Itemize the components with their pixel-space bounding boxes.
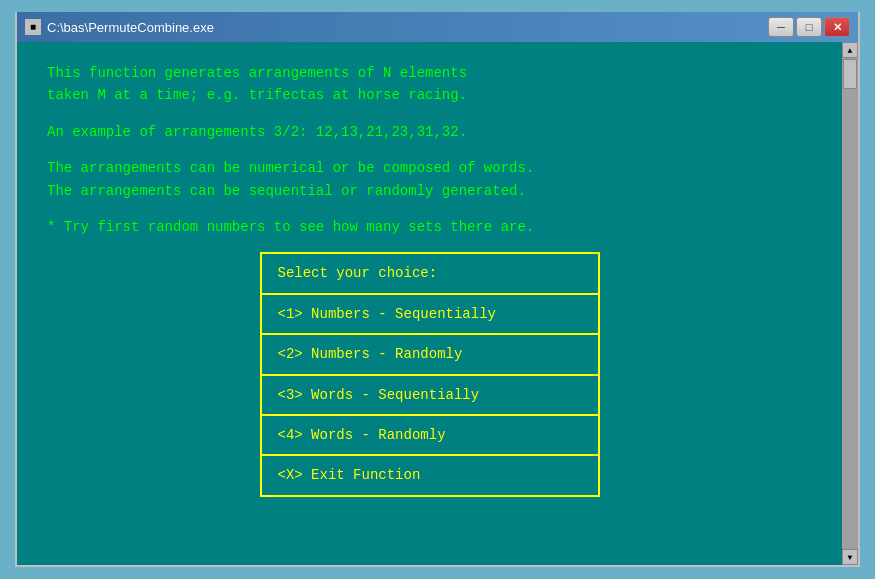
description-line3: An example of arrangements 3/2: 12,13,21…: [47, 121, 812, 143]
window-title: C:\bas\PermuteCombine.exe: [47, 20, 762, 35]
title-bar-buttons: ─ □ ✕: [768, 17, 850, 37]
menu-item-x[interactable]: <X> Exit Function: [262, 456, 598, 494]
menu-item-4[interactable]: <4> Words - Randomly: [262, 416, 598, 456]
scroll-up-arrow[interactable]: ▲: [842, 42, 858, 58]
description-line45: The arrangements can be numerical or be …: [47, 157, 812, 202]
menu-item-1[interactable]: <1> Numbers - Sequentially: [262, 295, 598, 335]
scroll-down-arrow[interactable]: ▼: [842, 549, 858, 565]
scrollbar: ▲ ▼: [842, 42, 858, 565]
window-body: This function generates arrangements of …: [17, 42, 858, 565]
menu-item-3[interactable]: <3> Words - Sequentially: [262, 376, 598, 416]
main-window: ■ C:\bas\PermuteCombine.exe ─ □ ✕ This f…: [15, 12, 860, 567]
content-area: This function generates arrangements of …: [17, 42, 842, 565]
menu-key-2: <2> Numbers - Randomly: [278, 346, 463, 362]
close-button[interactable]: ✕: [824, 17, 850, 37]
menu-key-1: <1> Numbers - Sequentially: [278, 306, 496, 322]
menu-item-2[interactable]: <2> Numbers - Randomly: [262, 335, 598, 375]
title-bar: ■ C:\bas\PermuteCombine.exe ─ □ ✕: [17, 12, 858, 42]
description-line6: * Try first random numbers to see how ma…: [47, 216, 812, 238]
description-line1: This function generates arrangements of …: [47, 62, 812, 107]
minimize-button[interactable]: ─: [768, 17, 794, 37]
maximize-button[interactable]: □: [796, 17, 822, 37]
menu-box: Select your choice: <1> Numbers - Sequen…: [260, 252, 600, 496]
menu-key-3: <3> Words - Sequentially: [278, 387, 480, 403]
scrollbar-track[interactable]: [842, 58, 858, 549]
menu-key-x: <X> Exit Function: [278, 467, 421, 483]
scrollbar-thumb[interactable]: [843, 59, 857, 89]
menu-key-4: <4> Words - Randomly: [278, 427, 446, 443]
window-icon: ■: [25, 19, 41, 35]
menu-title: Select your choice:: [262, 254, 598, 294]
